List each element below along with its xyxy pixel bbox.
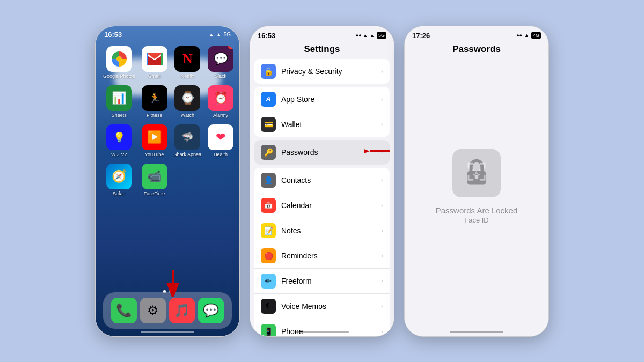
- privacy-label: Privacy & Security: [281, 67, 381, 76]
- app-label: Health: [214, 152, 228, 157]
- lock-container: [452, 149, 501, 197]
- settings-row-passwords[interactable]: 🔑 Passwords ›: [254, 140, 390, 165]
- settings-status-icons: ●● ▲ ▲ 5G: [356, 32, 386, 39]
- dock-settings[interactable]: ⚙: [140, 298, 166, 323]
- wifi-icon: ▲: [524, 33, 529, 38]
- passwords-time: 17:26: [412, 32, 430, 40]
- settings-time: 16:53: [258, 32, 275, 40]
- settings-row-notes[interactable]: 📝 Notes ›: [254, 218, 390, 243]
- wallet-icon: 💳: [261, 117, 276, 132]
- app-label: Fitness: [147, 113, 162, 118]
- app-label: Slack: [215, 73, 226, 79]
- svg-point-8: [473, 169, 474, 171]
- passwords-status-icons: ●● ▲ 4G: [516, 32, 541, 39]
- settings-title: Settings: [250, 42, 394, 59]
- dock-music[interactable]: 🎵: [169, 298, 195, 323]
- battery-icon: 4G: [531, 32, 541, 39]
- appstore-icon: A: [261, 92, 276, 107]
- app-label: Netflix: [181, 73, 194, 79]
- app-badge: 2: [228, 46, 233, 49]
- contacts-icon: 👤: [261, 173, 276, 188]
- app-gmail[interactable]: Gmail: [142, 46, 167, 79]
- app-label: Sheets: [112, 113, 127, 118]
- settings-section-privacy: 🔒 Privacy & Security ›: [254, 59, 390, 84]
- contacts-label: Contacts: [281, 176, 381, 184]
- app-fitness[interactable]: 🏃 Fitness: [142, 85, 167, 118]
- phone-passwords: 17:26 ●● ▲ 4G Passwords: [404, 26, 549, 337]
- calendar-label: Calendar: [281, 201, 381, 210]
- svg-point-9: [479, 169, 481, 171]
- passwords-status-bar: 17:26 ●● ▲ 4G: [405, 26, 548, 42]
- dock-whatsapp[interactable]: 💬: [198, 298, 224, 323]
- app-alarmy[interactable]: ⏰ Alarmy: [208, 85, 233, 118]
- passwords-locked-label: Passwords Are Locked: [436, 206, 518, 215]
- svg-rect-1: [147, 53, 148, 65]
- svg-point-0: [116, 56, 122, 62]
- privacy-icon: 🔒: [261, 64, 276, 79]
- app-sheets[interactable]: 📊 Sheets: [103, 85, 135, 118]
- app-google-photos[interactable]: Google Photos: [103, 46, 135, 79]
- settings-row-voice-memos[interactable]: 🎙 Voice Memos ›: [254, 294, 390, 319]
- appstore-label: App Store: [281, 95, 381, 104]
- app-grid: Google Photos Gmail N Netflix 💬 2 Slac: [96, 41, 239, 202]
- chevron-icon: ›: [381, 328, 383, 335]
- signal-icon: ●●: [516, 33, 522, 38]
- settings-row-reminders[interactable]: 🔴 Reminders ›: [254, 243, 390, 269]
- chevron-icon: ›: [381, 252, 383, 260]
- faceid-overlay: [466, 161, 487, 184]
- settings-status-bar: 16:53 ●● ▲ ▲ 5G: [250, 26, 394, 42]
- app-slack[interactable]: 💬 2 Slack: [208, 46, 233, 79]
- chevron-icon: ›: [381, 68, 383, 75]
- signal-icon: ●● ▲: [356, 33, 368, 38]
- phone-icon: 📱: [261, 324, 276, 336]
- chevron-icon: ›: [381, 202, 383, 209]
- calendar-icon: 📅: [261, 198, 276, 213]
- app-watch[interactable]: ⌚ Watch: [174, 85, 202, 118]
- settings-row-contacts[interactable]: 👤 Contacts ›: [254, 168, 390, 193]
- chevron-icon: ›: [381, 277, 383, 285]
- app-label: WiZ V2: [111, 152, 127, 157]
- app-health[interactable]: ❤ Health: [208, 124, 233, 157]
- settings-section-passwords: 🔑 Passwords ›: [254, 140, 390, 165]
- settings-section-apps: 👤 Contacts › 📅 Calendar › 📝 Notes › 🔴 Re…: [254, 168, 390, 336]
- settings-row-phone[interactable]: 📱 Phone ›: [254, 319, 390, 336]
- app-wiz[interactable]: 💡 WiZ V2: [103, 124, 135, 157]
- chevron-icon: ›: [381, 227, 383, 234]
- chevron-icon: ›: [381, 121, 383, 128]
- passwords-icon: 🔑: [261, 145, 276, 160]
- freeform-label: Freeform: [281, 277, 381, 285]
- app-label: Alarmy: [213, 113, 228, 118]
- dock: 📞 ⚙ 🎵 💬: [103, 292, 232, 329]
- app-youtube[interactable]: ▶️ YouTube: [142, 124, 167, 157]
- reminders-icon: 🔴: [261, 248, 276, 263]
- faceid-label: Face ID: [464, 216, 489, 224]
- locked-text: Passwords Are Locked Face ID: [436, 206, 518, 224]
- app-netflix[interactable]: N Netflix: [174, 46, 202, 79]
- settings-row-calendar[interactable]: 📅 Calendar ›: [254, 193, 390, 218]
- faceid-icon: [466, 161, 487, 182]
- home-screen-bg: 16:53 ▲ ▲ 5G Google Photos Gmail: [96, 26, 239, 336]
- voice-memos-icon: 🎙: [261, 299, 276, 314]
- home-status-icons: ▲ ▲ 5G: [209, 32, 231, 38]
- home-indicator: [141, 331, 194, 333]
- wifi-icon: ▲: [370, 33, 375, 38]
- app-label: Shark Apnea: [174, 152, 202, 157]
- battery-icon: 5G: [377, 32, 386, 39]
- settings-row-appstore[interactable]: A App Store ›: [254, 87, 390, 112]
- settings-row-freeform[interactable]: ✏ Freeform ›: [254, 269, 390, 294]
- app-label: Safari: [113, 191, 126, 196]
- app-facetime[interactable]: 📹 FaceTime: [142, 164, 167, 196]
- passwords-title: Passwords: [405, 42, 548, 59]
- settings-row-privacy[interactable]: 🔒 Privacy & Security ›: [254, 59, 390, 84]
- battery-icon: 5G: [224, 32, 231, 38]
- svg-rect-2: [161, 53, 163, 65]
- passwords-content: Passwords Are Locked Face ID: [405, 59, 548, 336]
- dock-phone[interactable]: 📞: [111, 298, 137, 323]
- reminders-label: Reminders: [281, 252, 381, 260]
- app-safari[interactable]: 🧭 Safari: [103, 164, 135, 196]
- app-label: FaceTime: [144, 191, 165, 196]
- app-shark-apnea[interactable]: 🦈 Shark Apnea: [174, 124, 202, 157]
- app-label: Gmail: [148, 73, 161, 79]
- settings-row-wallet[interactable]: 💳 Wallet ›: [254, 112, 390, 137]
- freeform-icon: ✏: [261, 274, 276, 289]
